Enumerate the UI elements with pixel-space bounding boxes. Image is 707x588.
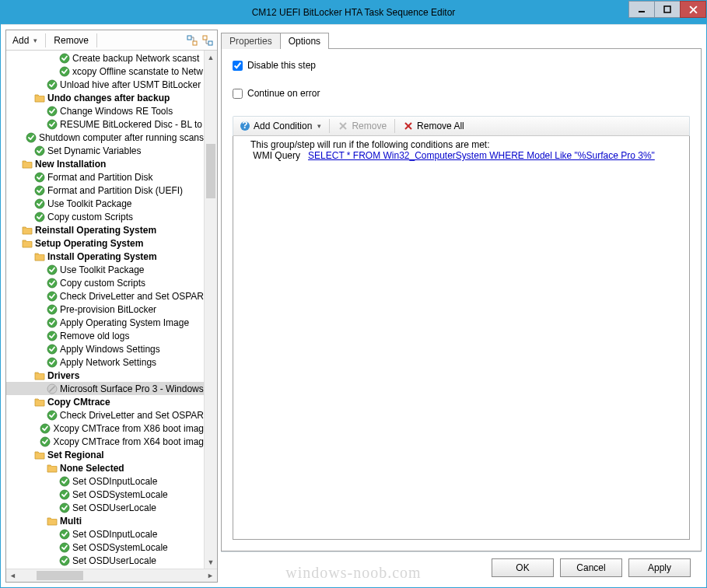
scroll-up-arrow[interactable]: ▲ bbox=[205, 51, 217, 64]
tree-node[interactable]: Apply Network Settings bbox=[6, 355, 204, 369]
folder-icon bbox=[34, 370, 45, 381]
minimize-button[interactable] bbox=[628, 1, 655, 18]
tree-node-label: Xcopy CMTrace from X64 boot imag bbox=[53, 436, 204, 447]
svg-rect-6 bbox=[203, 36, 207, 40]
tree-node[interactable]: Set OSDUserLocale bbox=[6, 554, 204, 567]
tree-node[interactable]: Set OSDUserLocale bbox=[6, 501, 204, 514]
tree-node[interactable]: Set OSDInputLocale bbox=[6, 474, 204, 488]
tab-options[interactable]: Options bbox=[280, 33, 329, 49]
tree-node[interactable]: Drivers bbox=[6, 369, 204, 382]
tree-node[interactable]: Set OSDSystemLocale bbox=[6, 488, 204, 501]
tree-node-label: Format and Partition Disk (UEFI) bbox=[47, 185, 183, 196]
remove-button[interactable]: Remove bbox=[51, 33, 92, 47]
tree-node[interactable]: Multi bbox=[6, 514, 204, 527]
folder-icon bbox=[34, 397, 45, 408]
tree-node-label: Create backup Network scanst bbox=[72, 53, 199, 64]
tree-node[interactable]: Use Toolkit Package bbox=[6, 197, 204, 210]
tree-node[interactable]: Copy CMtrace bbox=[6, 395, 204, 408]
folder-icon bbox=[22, 238, 33, 249]
tree-node-label: Drivers bbox=[47, 370, 79, 381]
remove-all-button[interactable]: Remove All bbox=[400, 119, 467, 133]
scroll-down-arrow[interactable]: ▼ bbox=[205, 555, 217, 569]
add-condition-button[interactable]: ? Add Condition bbox=[236, 119, 324, 133]
check-icon bbox=[34, 212, 45, 222]
cancel-button[interactable]: Cancel bbox=[560, 558, 622, 577]
check-icon bbox=[59, 66, 70, 77]
scroll-left-arrow[interactable]: ◄ bbox=[6, 572, 19, 579]
tree-node[interactable]: Apply Operating System Image bbox=[6, 316, 204, 329]
tree-node[interactable]: Check DriveLetter and Set OSPAR bbox=[6, 408, 204, 422]
check-icon bbox=[34, 198, 45, 209]
folder-icon bbox=[47, 516, 58, 527]
tree-node[interactable]: en-US bbox=[6, 567, 204, 569]
tree-node[interactable]: Setup Operating System bbox=[6, 236, 204, 250]
tree-node-label: Set OSDUserLocale bbox=[72, 555, 156, 566]
disable-step-checkbox[interactable] bbox=[233, 61, 243, 71]
hscroll-thumb[interactable] bbox=[37, 571, 83, 580]
ok-button[interactable]: OK bbox=[492, 558, 554, 577]
folder-icon bbox=[47, 463, 58, 474]
check-icon bbox=[40, 436, 51, 447]
tree-node[interactable]: xcopy Offline scanstate to Netw bbox=[6, 65, 204, 78]
folder-icon bbox=[34, 251, 45, 262]
close-button[interactable] bbox=[680, 1, 706, 18]
check-icon bbox=[59, 555, 70, 566]
tree-node-label: Reinstall Operating System bbox=[35, 225, 156, 236]
tree-node[interactable]: Reinstall Operating System bbox=[6, 223, 204, 236]
tree-node[interactable]: Set OSDSystemLocale bbox=[6, 541, 204, 554]
tree-node[interactable]: Apply Windows Settings bbox=[6, 342, 204, 355]
tree-node[interactable]: Format and Partition Disk (UEFI) bbox=[6, 184, 204, 197]
continue-on-error-row[interactable]: Continue on error bbox=[233, 88, 690, 99]
tree-node[interactable]: Xcopy CMTrace from X64 boot imag bbox=[6, 435, 204, 448]
tree-node[interactable]: Copy custom Scripts bbox=[6, 210, 204, 223]
separator bbox=[96, 33, 97, 47]
wmi-query-link[interactable]: SELECT * FROM Win32_ComputerSystem WHERE… bbox=[308, 150, 655, 161]
horizontal-scrollbar[interactable]: ◄ ► bbox=[6, 569, 217, 582]
tree-node[interactable]: Undo changes after backup bbox=[6, 91, 204, 104]
tree-node[interactable]: Install Operating System bbox=[6, 250, 204, 263]
tree-node[interactable]: Xcopy CMTrace from X86 boot imag bbox=[6, 422, 204, 435]
tree-node[interactable]: Set OSDInputLocale bbox=[6, 527, 204, 541]
tree-node-label: Set Regional bbox=[47, 450, 104, 460]
check-icon bbox=[47, 410, 58, 421]
wmi-query-row[interactable]: WMI Query SELECT * FROM Win32_ComputerSy… bbox=[238, 150, 684, 161]
continue-on-error-checkbox[interactable] bbox=[233, 89, 243, 99]
right-panel: Properties Options Disable this step Con… bbox=[221, 30, 702, 583]
tree-node[interactable]: Change Windows RE Tools bbox=[6, 104, 204, 117]
vertical-scrollbar[interactable]: ▲ ▼ bbox=[204, 51, 217, 569]
tree-node[interactable]: Use Toolkit Package bbox=[6, 263, 204, 276]
scroll-right-arrow[interactable]: ► bbox=[204, 572, 217, 579]
tree-node[interactable]: New Installation bbox=[6, 157, 204, 170]
tree-node[interactable]: Create backup Network scanst bbox=[6, 51, 204, 65]
check-icon bbox=[59, 529, 70, 540]
tree-node-label: Change Windows RE Tools bbox=[60, 106, 173, 117]
tree-node[interactable]: Unload hive after USMT BitLocker bbox=[6, 78, 204, 91]
toolbar-icon-1[interactable] bbox=[186, 34, 198, 47]
tree-node[interactable]: Microsoft Surface Pro 3 - Windows bbox=[6, 382, 204, 395]
tree-node[interactable]: None Selected bbox=[6, 461, 204, 474]
tree-node[interactable]: Copy custom Scripts bbox=[6, 276, 204, 289]
tree-node[interactable]: Shutdown computer after running scans bbox=[6, 131, 204, 144]
remove-condition-button[interactable]: Remove bbox=[334, 119, 390, 133]
tree-node[interactable]: Format and Partition Disk bbox=[6, 170, 204, 184]
tree[interactable]: Create backup Network scanstxcopy Offlin… bbox=[6, 51, 204, 569]
conditions-box[interactable]: This group/step will run if the followin… bbox=[233, 136, 690, 540]
scroll-thumb[interactable] bbox=[206, 144, 215, 198]
folder-icon bbox=[22, 159, 33, 170]
tree-node[interactable]: Set Regional bbox=[6, 448, 204, 461]
tree-node[interactable]: RESUME BitLockered Disc - BL to bbox=[6, 117, 204, 131]
disable-step-row[interactable]: Disable this step bbox=[233, 60, 690, 71]
tab-properties[interactable]: Properties bbox=[221, 33, 281, 49]
tree-node[interactable]: Check DriveLetter and Set OSPAR bbox=[6, 289, 204, 303]
apply-button[interactable]: Apply bbox=[628, 558, 691, 577]
tree-node[interactable]: Remove old logs bbox=[6, 329, 204, 342]
disabled-icon bbox=[47, 383, 58, 394]
titlebar[interactable]: CM12 UEFI BitLocker HTA Task Sequence Ed… bbox=[1, 1, 706, 24]
tree-node-label: Shutdown computer after running scans bbox=[39, 132, 204, 143]
tree-node-label: Copy custom Scripts bbox=[47, 212, 133, 222]
toolbar-icon-2[interactable] bbox=[201, 34, 214, 47]
tree-node[interactable]: Set Dynamic Variables bbox=[6, 144, 204, 157]
maximize-button[interactable] bbox=[654, 1, 681, 18]
tree-node[interactable]: Pre-provision BitLocker bbox=[6, 303, 204, 316]
add-button[interactable]: Add bbox=[9, 33, 40, 47]
